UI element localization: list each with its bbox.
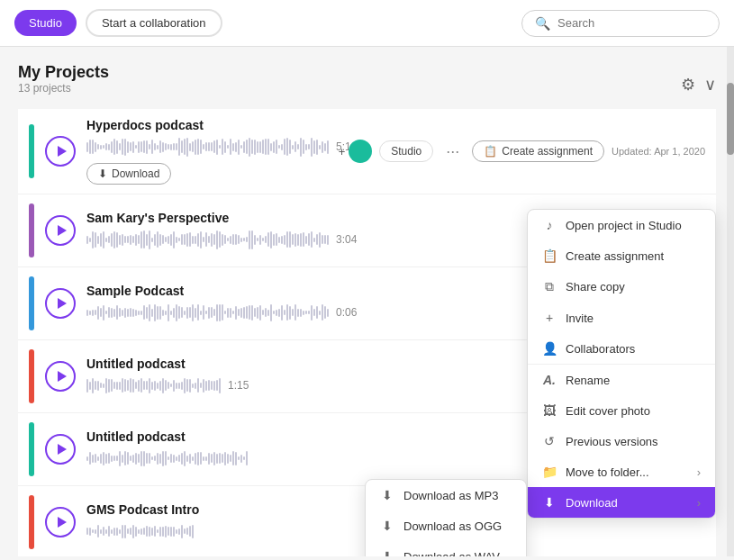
submenu-arrow-icon: › [697,465,701,479]
menu-label-create-assignment: Create assignment [566,249,664,263]
project-actions: + Studio ··· 📋 Create assignment Updated… [339,140,705,163]
submenu-item-wav[interactable]: ⬇ Download as WAV [366,541,526,556]
menu-item-edit-cover[interactable]: 🖼 Edit cover photo [528,395,715,426]
projects-header: My Projects 13 projects ⚙ ∨ [18,63,716,105]
top-bar: Studio Start a collaboration 🔍 [0,0,734,47]
project-color-bar [29,276,34,330]
add-button[interactable]: + [339,140,373,163]
menu-item-open[interactable]: ♪ Open project in Studio [528,210,715,240]
submenu-item-ogg[interactable]: ⬇ Download as OGG [366,510,526,541]
menu-label-prev-versions: Previous versions [566,435,658,448]
waveform [86,302,329,323]
search-input[interactable] [557,16,702,30]
menu-label-download: Download [566,496,618,510]
search-icon: 🔍 [535,16,550,31]
project-color-bar [29,495,34,549]
settings-icon[interactable]: ⚙ [681,75,695,95]
main-content: My Projects 13 projects ⚙ ∨ Hyperdocs po… [0,47,734,556]
chevron-down-icon[interactable]: ∨ [704,75,716,95]
download-icon: ⬇ [542,495,557,510]
play-button[interactable] [45,434,76,465]
menu-label-collaborators: Collaborators [566,342,635,356]
play-button[interactable] [45,136,76,167]
scrollbar-thumb[interactable] [727,83,734,155]
music-icon: ♪ [542,218,557,232]
project-duration: 1:15 [228,379,249,392]
folder-icon: 📁 [542,465,557,479]
project-duration: 0:06 [336,306,357,319]
project-bottom-row: ⬇ Download [86,163,328,185]
menu-item-download[interactable]: ⬇ Download › [528,487,715,518]
menu-item-collaborators[interactable]: 👤 Collaborators [528,333,715,364]
projects-title: My Projects [18,63,109,82]
submenu-label-ogg: Download as OGG [403,519,502,533]
search-bar: 🔍 [521,10,720,37]
project-name: Sample Podcast [86,284,599,298]
project-color-bar [29,124,34,178]
menu-item-move-folder[interactable]: 📁 Move to folder... › [528,456,715,487]
menu-label-rename: Rename [566,374,610,387]
project-info: Untitled podcast [86,429,599,469]
avatar [349,140,372,163]
waveform [86,520,194,542]
history-icon: ↺ [542,434,557,448]
project-name: Sam Kary's Perspective [86,211,599,225]
play-button[interactable] [45,507,76,537]
studio-badge[interactable]: Studio [379,140,433,162]
clipboard-icon: 📋 [542,248,557,263]
play-button[interactable] [45,215,76,246]
project-info: Sample Podcast 0:06 [86,284,599,323]
project-color-bar [29,203,34,257]
more-button[interactable]: ··· [440,142,465,161]
project-info: Hyperdocs podcast 5:16 ⬇ Download [86,118,328,185]
plus-circle-icon: + [542,311,557,325]
project-name: Untitled podcast [86,429,599,444]
submenu-label-wav: Download as WAV [403,550,500,557]
menu-item-prev-versions[interactable]: ↺ Previous versions [528,426,715,456]
studio-button[interactable]: Studio [14,10,77,36]
play-button[interactable] [45,361,76,392]
plus-icon: + [339,145,346,158]
project-name: Untitled podcast [86,357,599,371]
menu-item-share-copy[interactable]: ⧉ Share copy [528,271,715,303]
download-button[interactable]: ⬇ Download [86,163,171,185]
waveform [86,447,248,469]
download-label: Download [112,167,159,180]
table-row: Hyperdocs podcast 5:16 ⬇ Download + [18,109,716,194]
projects-title-area: My Projects 13 projects [18,63,109,105]
project-duration: 3:04 [336,233,357,246]
download-submenu: ⬇ Download as MP3 ⬇ Download as OGG ⬇ Do… [365,479,527,556]
play-button[interactable] [45,288,76,319]
download-wav-icon: ⬇ [380,549,394,556]
project-name: Hyperdocs podcast [86,118,328,132]
project-color-bar [29,422,34,476]
context-menu: ♪ Open project in Studio 📋 Create assign… [527,209,716,519]
top-bar-left: Studio Start a collaboration [14,9,222,37]
waveform [86,229,329,250]
menu-label-share-copy: Share copy [566,280,625,294]
menu-label-open: Open project in Studio [566,219,682,232]
menu-label-move-folder: Move to folder... [566,465,649,479]
waveform [86,136,329,158]
menu-label-edit-cover: Edit cover photo [566,404,650,418]
rename-icon: A. [542,373,557,387]
download-ogg-icon: ⬇ [380,519,394,533]
project-color-bar [29,349,34,403]
menu-item-create-assignment[interactable]: 📋 Create assignment [528,240,715,271]
submenu-item-mp3[interactable]: ⬇ Download as MP3 [366,480,526,510]
scrollbar-track[interactable] [727,47,734,556]
photo-icon: 🖼 [542,403,557,418]
menu-item-invite[interactable]: + Invite [528,303,715,333]
submenu-label-mp3: Download as MP3 [403,489,499,502]
project-info: Untitled podcast 1:15 [86,357,599,396]
menu-label-invite: Invite [566,312,594,325]
project-info: Sam Kary's Perspective 3:04 [86,211,599,250]
assignment-icon: 📋 [484,145,497,158]
create-assignment-button[interactable]: 📋 Create assignment [472,140,604,162]
projects-controls: ⚙ ∨ [681,75,716,95]
menu-item-rename[interactable]: A. Rename [528,365,715,395]
copy-icon: ⧉ [542,279,557,294]
updated-text: Updated: Apr 1, 2020 [612,146,705,157]
collaboration-button[interactable]: Start a collaboration [86,9,222,37]
submenu-arrow-download-icon: › [697,496,701,510]
